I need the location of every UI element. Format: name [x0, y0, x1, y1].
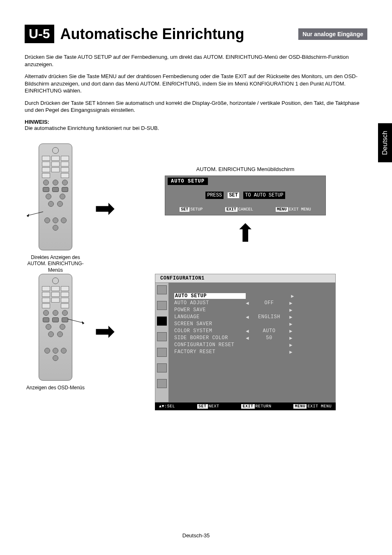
osd-sidebar-icon [157, 363, 167, 372]
remote-caption: Anzeigen des OSD-Menüs [25, 385, 86, 391]
arrow-up-icon: ⬆ [123, 219, 367, 247]
osd-text: TO AUTO SETUP [243, 192, 285, 199]
page-header: U-5 Automatische Einrichtung Nur analoge… [25, 25, 367, 43]
configuration-osd-panel: CONFIGURATION1 AUTO SETUP▶AUTO ADJUST◀OF… [155, 274, 336, 410]
osd-menu-row: AUTO ADJUST◀OFF▶ [174, 300, 330, 307]
osd-menu-row: SCREEN SAVER▶ [174, 321, 330, 328]
osd-menu-list: AUTO SETUP▶AUTO ADJUST◀OFF▶POWER SAVE▶LA… [168, 283, 335, 402]
page-number: Deutsch-35 [0, 532, 392, 539]
remote-caption: Direktes Anzeigen des AUTOM. EINRICHTUNG… [25, 254, 86, 274]
paragraph: Drücken Sie die Taste AUTO SETUP auf der… [25, 53, 367, 68]
osd-menu-row: POWER SAVE▶ [174, 307, 330, 314]
osd-sidebar-icon [157, 332, 167, 341]
osd-title: CONFIGURATION1 [155, 274, 336, 283]
osd-menu-row: FACTORY RESET▶ [174, 349, 330, 356]
remote-control-illustration [39, 274, 72, 381]
remote-control-illustration [39, 143, 72, 250]
osd-caption: AUTOM. EINRICHTUNG Menübildschirm [123, 166, 367, 172]
notice-label: HINWEIS: [25, 119, 49, 125]
osd-menu-row: LANGUAGE◀ENGLISH▶ [174, 314, 330, 321]
input-type-badge: Nur analoge Eingänge [298, 28, 367, 40]
paragraph: Alternativ drücken Sie die Taste MENU au… [25, 73, 367, 95]
auto-setup-osd-panel: AUTO SETUP PRESS SET TO AUTO SETUP SETSE… [165, 176, 326, 215]
osd-menu-row: AUTO SETUP▶ [174, 293, 330, 300]
osd-text: PRESS [205, 192, 224, 199]
page-title: Automatische Einrichtung [60, 25, 244, 43]
osd-menu-row: CONFIGURATION RESET▶ [174, 342, 330, 349]
section-badge: U-5 [25, 25, 54, 43]
osd-menu-row: COLOR SYSTEM◀AUTO▶ [174, 328, 330, 335]
osd-footer: ▲▼:SEL SETNEXT EXITRETURN MENUEXIT MENU [155, 402, 336, 410]
osd-menu-row: SIDE BORDER COLOR◀50▶ [174, 335, 330, 342]
osd-title: AUTO SETUP [168, 178, 208, 185]
osd-key-icon: SET [228, 192, 239, 198]
notice-text: Die automatische Einrichtung funktionier… [25, 125, 159, 131]
osd-sidebar-icon [157, 317, 167, 326]
osd-category-sidebar [155, 283, 168, 402]
pointer-line-icon [27, 210, 43, 218]
paragraph: Durch Drücken der Taste SET können Sie a… [25, 99, 367, 114]
language-side-tab: Deutsch [378, 123, 392, 162]
arrow-right-icon: ➡ [95, 319, 115, 344]
osd-sidebar-icon [157, 285, 167, 294]
arrow-right-icon: ➡ [95, 196, 115, 221]
osd-sidebar-icon [157, 348, 167, 357]
osd-footer: SETSETUP EXITCANCEL MENUEXIT MENU [165, 206, 325, 213]
osd-sidebar-icon [157, 301, 167, 310]
pointer-line-icon [68, 317, 84, 325]
osd-sidebar-icon [157, 379, 167, 388]
